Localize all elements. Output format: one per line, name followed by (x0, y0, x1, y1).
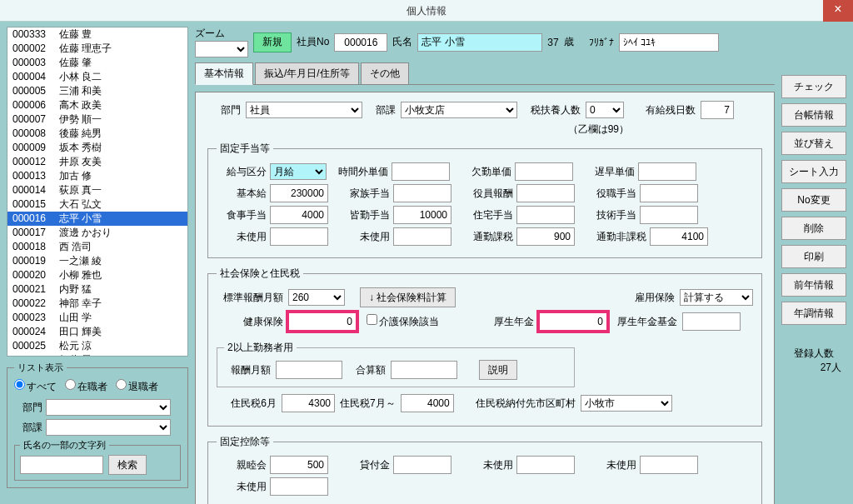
name-field[interactable] (417, 33, 542, 52)
setsumei-button[interactable]: 説明 (479, 360, 517, 380)
housyuu-field[interactable] (276, 361, 342, 379)
kaikin-field[interactable] (393, 206, 451, 224)
filter-legend: リスト表示 (14, 362, 67, 374)
filter-bumon-select[interactable] (46, 399, 171, 416)
yakuin-field[interactable] (516, 184, 575, 202)
tab-basic[interactable]: 基本情報 (195, 62, 253, 85)
employee-row[interactable]: 000333佐藤 豊 (7, 27, 187, 42)
side-nohenkou[interactable]: No変更 (781, 188, 846, 212)
emp-no-field[interactable] (334, 33, 387, 52)
employee-row[interactable]: 000015大石 弘文 (7, 197, 187, 212)
age-label: 歳 (564, 35, 574, 49)
tab-transfer[interactable]: 振込/年月日/住所等 (255, 62, 359, 84)
side-sheet[interactable]: シート入力 (781, 160, 846, 183)
shokuji-field[interactable] (270, 206, 328, 224)
filter-all[interactable]: すべて (14, 379, 57, 394)
tsukinhi-field[interactable] (650, 227, 708, 246)
kihon-field[interactable] (270, 184, 328, 202)
employee-row[interactable]: 000021内野 猛 (7, 282, 187, 297)
employee-row[interactable]: 000016志平 小雪 (7, 212, 187, 226)
name-part-input[interactable] (20, 456, 103, 474)
social-insurance-group: 社会保険と住民税 標準報酬月額 260 ↓ 社会保険料計算 雇用保険 計算する … (207, 267, 762, 427)
search-button[interactable]: 検索 (108, 455, 147, 475)
buka-label: 部課 (376, 103, 396, 117)
name-part-legend: 氏名の一部の文字列 (20, 439, 109, 452)
kashituke-field[interactable] (393, 456, 451, 474)
filter-zai[interactable]: 在職者 (65, 379, 107, 394)
employee-row[interactable]: 000014荻原 真一 (7, 183, 187, 197)
gassan-field[interactable] (391, 361, 457, 379)
chisou-field[interactable] (638, 162, 696, 181)
employee-row[interactable]: 000007伊勢 順一 (7, 112, 187, 127)
employee-row[interactable]: 000009坂本 秀樹 (7, 141, 187, 155)
employee-row[interactable]: 000002佐藤 理恵子 (7, 42, 187, 56)
koyou-select[interactable]: 計算する (680, 289, 753, 306)
side-sakujo[interactable]: 削除 (781, 217, 846, 240)
noufu-select[interactable]: 小牧市 (581, 395, 672, 412)
bumon-select[interactable]: 社員 (246, 102, 362, 118)
basic-panel: 部門 社員 部課 小牧支店 税扶養人数 0 有給残日数 （乙欄は99） 固定手当… (195, 92, 775, 504)
buka-select[interactable]: 小牧支店 (401, 102, 517, 118)
j7-field[interactable] (401, 394, 454, 412)
employee-row[interactable]: 000020小柳 雅也 (7, 268, 187, 282)
employee-row[interactable]: 000023山田 学 (7, 311, 187, 325)
employee-list[interactable]: 000333佐藤 豊000002佐藤 理恵子000003佐藤 肇000004小林… (7, 27, 188, 357)
employee-row[interactable]: 000026加藤 晃 (7, 353, 187, 357)
filter-tai[interactable]: 退職者 (116, 379, 158, 394)
deduction-group: 固定控除等 親睦会 貸付金 未使用 未使用 未使用 (207, 435, 762, 504)
gijutsu-field[interactable] (640, 206, 698, 224)
yuukyuu-field[interactable] (701, 101, 734, 119)
multi-work-group: 2以上勤務者用 報酬月額 合算額 説明 (217, 341, 575, 387)
close-button[interactable]: × (823, 0, 853, 22)
employee-row[interactable]: 000022神部 幸子 (7, 297, 187, 311)
jutaku-field[interactable] (516, 206, 575, 224)
window-title: 個人情報 (0, 0, 853, 22)
tabs: 基本情報 振込/年月日/住所等 その他 (195, 62, 775, 85)
kikin-field[interactable] (682, 312, 741, 331)
hyoujun-select[interactable]: 260 (288, 289, 345, 306)
employee-row[interactable]: 000008後藤 純男 (7, 127, 187, 141)
side-daicho[interactable]: 台帳情報 (781, 103, 846, 127)
kaigo-check[interactable]: 介護保険該当 (367, 314, 439, 329)
kousei-field[interactable] (539, 312, 607, 331)
new-button[interactable]: 新規 (253, 32, 292, 52)
employee-row[interactable]: 000006高木 政美 (7, 98, 187, 112)
employee-row[interactable]: 000024田口 輝美 (7, 325, 187, 339)
titlebar: 個人情報 × (0, 0, 853, 22)
kyuyo-select[interactable]: 月給 (270, 163, 327, 180)
employee-row[interactable]: 000003佐藤 肇 (7, 56, 187, 70)
km2-field[interactable] (640, 456, 698, 474)
shinboku-field[interactable] (270, 456, 328, 474)
employee-row[interactable]: 000004小林 良二 (7, 70, 187, 84)
km3-field[interactable] (270, 477, 328, 496)
employee-row[interactable]: 000012井原 友美 (7, 155, 187, 169)
jikangai-field[interactable] (392, 162, 450, 181)
kazoku-field[interactable] (393, 184, 451, 202)
calc-button[interactable]: ↓ 社会保険料計算 (360, 287, 456, 307)
tsukin-field[interactable] (516, 227, 575, 246)
fuyou-select[interactable]: 0 (586, 102, 624, 118)
side-check[interactable]: チェック (781, 75, 846, 98)
kenpo-field[interactable] (288, 312, 357, 331)
employee-row[interactable]: 000005三浦 和美 (7, 84, 187, 98)
filter-buka-select[interactable] (46, 419, 171, 436)
employee-row[interactable]: 000017渡邊 かおり (7, 226, 187, 240)
side-narabi[interactable]: 並び替え (781, 132, 846, 155)
zoom-select[interactable] (195, 41, 248, 57)
yuukyuu-label: 有給残日数 (646, 103, 696, 117)
employee-row[interactable]: 000025松元 涼 (7, 339, 187, 353)
employee-row[interactable]: 000019一之瀬 綾 (7, 254, 187, 268)
km1-field[interactable] (516, 456, 575, 474)
kekkin-field[interactable] (515, 162, 573, 181)
side-nencho[interactable]: 年調情報 (781, 302, 846, 325)
j6-field[interactable] (282, 394, 335, 412)
furigana-field[interactable] (619, 33, 719, 52)
tab-other[interactable]: その他 (361, 62, 409, 84)
mi1-field[interactable] (270, 227, 328, 246)
side-zennen[interactable]: 前年情報 (781, 273, 846, 297)
mi2-field[interactable] (393, 227, 451, 246)
employee-row[interactable]: 000013加古 修 (7, 169, 187, 183)
yakushoku-field[interactable] (640, 184, 698, 202)
employee-row[interactable]: 000018西 浩司 (7, 240, 187, 254)
side-insatsu[interactable]: 印刷 (781, 245, 846, 268)
